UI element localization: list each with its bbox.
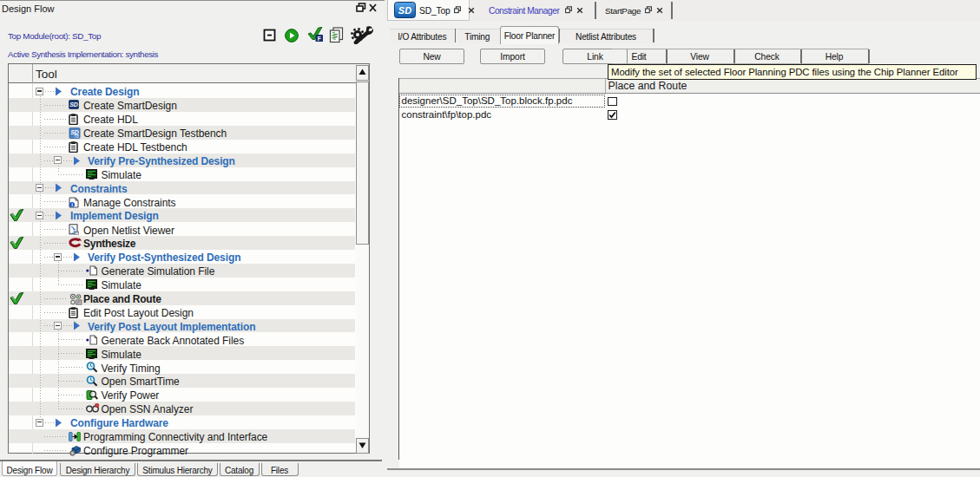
svg-text:SD: SD [398,5,411,16]
svg-text:F: F [318,36,321,42]
svg-text:TB: TB [74,134,79,139]
svg-text:SD: SD [69,101,78,108]
